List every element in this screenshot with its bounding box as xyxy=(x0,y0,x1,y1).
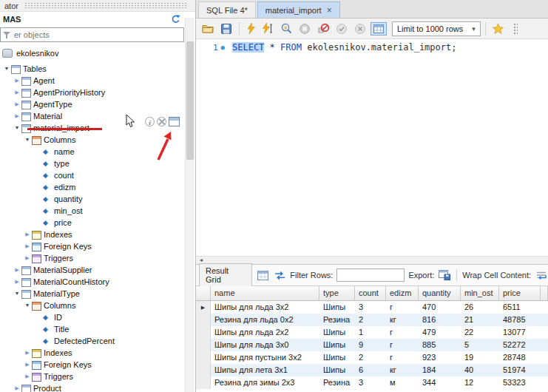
sql-code-editor[interactable]: 1 ● SELECT * FROM ekolesnikov.material_i… xyxy=(196,39,548,256)
column-header-min_ost[interactable]: min_ost xyxy=(461,286,499,301)
cell[interactable]: 40 xyxy=(461,364,499,376)
expand-arrow-icon[interactable]: ▶ xyxy=(13,98,21,110)
collapse-arrow-icon[interactable]: ▼ xyxy=(3,63,10,75)
expand-arrow-icon[interactable]: ▶ xyxy=(13,276,21,288)
tree-item-title[interactable]: ◆Title xyxy=(0,323,195,335)
navigator-scrollbar[interactable] xyxy=(185,18,194,392)
cell[interactable]: г xyxy=(386,326,419,339)
tree-item-edizm[interactable]: ◆edizm xyxy=(0,181,195,193)
expand-arrow-icon[interactable]: ▶ xyxy=(24,240,31,252)
cell[interactable]: Резина для льда 0x2 xyxy=(211,314,319,326)
tab-material-import[interactable]: material_import × xyxy=(257,1,340,18)
tree-item-min-ost[interactable]: ◆min_ost xyxy=(0,205,195,217)
tree-item-agent[interactable]: ▶Agent xyxy=(0,75,195,87)
tree-item-schema[interactable]: ekolesnikov xyxy=(0,47,195,59)
expand-arrow-icon[interactable]: ▶ xyxy=(24,371,31,382)
cell[interactable]: 12 xyxy=(461,376,499,389)
cell[interactable]: 26 xyxy=(461,301,499,314)
column-header-edizm[interactable]: edizm xyxy=(386,286,419,301)
tree-item-materialcounthistory[interactable]: ▶MaterialCountHistory xyxy=(0,276,195,288)
cell[interactable]: Шипы xyxy=(319,351,355,364)
tree-item-materialsupplier[interactable]: ▶MaterialSupplier xyxy=(0,264,195,276)
add-snippet-icon[interactable] xyxy=(490,21,507,37)
cell[interactable]: Шипы для льда 2x2 xyxy=(211,326,319,339)
cell[interactable]: кг xyxy=(386,364,419,376)
expand-arrow-icon[interactable]: ▶ xyxy=(24,229,31,240)
tree-item-agentpriorityhistory[interactable]: ▶AgentPriorityHistory xyxy=(0,87,195,98)
close-tab-icon[interactable]: × xyxy=(327,6,332,15)
cell[interactable]: 53323 xyxy=(499,376,541,389)
cell[interactable]: Шипы для льда 3x2 xyxy=(211,301,319,314)
collapse-arrow-icon[interactable]: ▼ xyxy=(24,134,31,146)
toggle-autocommit-icon[interactable] xyxy=(371,22,387,36)
tree-item-materialtype[interactable]: ▼MaterialType xyxy=(0,288,195,300)
expand-arrow-icon[interactable]: ▶ xyxy=(24,359,31,371)
limit-rows-dropdown[interactable]: Limit to 1000 rows ▾ xyxy=(392,21,481,36)
cell[interactable]: 2 xyxy=(355,314,386,326)
cell[interactable]: 344 xyxy=(419,376,461,389)
tree-item-product[interactable]: ▶Product xyxy=(0,382,195,392)
tree-item-quantity[interactable]: ◆quantity xyxy=(0,193,195,205)
tree-item-triggers[interactable]: ▶Triggers xyxy=(0,252,195,264)
result-grid-tab[interactable]: Result Grid xyxy=(199,263,252,287)
cell[interactable]: 1 xyxy=(355,326,386,339)
cell[interactable]: 3 xyxy=(355,376,386,389)
expand-arrow-icon[interactable]: ▶ xyxy=(13,264,21,276)
cell[interactable]: 6511 xyxy=(499,301,541,314)
tree-item-columns[interactable]: ▼Columns xyxy=(0,300,195,311)
column-header-count[interactable]: count xyxy=(355,286,386,301)
column-header-name[interactable]: name xyxy=(211,286,319,301)
tree-item-count[interactable]: ◆count xyxy=(0,169,195,181)
cell[interactable]: 816 xyxy=(419,314,461,326)
tree-item-foreign-keys[interactable]: ▶Foreign Keys xyxy=(0,240,195,252)
expand-arrow-icon[interactable]: ▶ xyxy=(13,382,21,392)
toolbar-grip[interactable] xyxy=(513,23,518,35)
wrap-cell-content-icon[interactable] xyxy=(535,267,548,283)
cell[interactable]: г xyxy=(386,301,419,314)
cell[interactable]: 19 xyxy=(461,351,499,364)
row-selector[interactable] xyxy=(196,364,211,376)
row-selector[interactable] xyxy=(196,339,211,351)
open-table-data-icon[interactable] xyxy=(169,117,180,126)
tree-item-tables[interactable]: ▼Tables xyxy=(0,63,195,75)
table-maintenance-icon[interactable] xyxy=(157,117,166,126)
cell[interactable]: 21 xyxy=(461,314,499,326)
cell[interactable]: 923 xyxy=(419,351,461,364)
expand-arrow-icon[interactable]: ▶ xyxy=(13,110,21,122)
column-header-type[interactable]: type xyxy=(319,286,355,301)
open-script-icon[interactable] xyxy=(200,21,216,37)
commit-icon[interactable] xyxy=(334,21,350,37)
execute-icon[interactable] xyxy=(244,21,257,37)
scrollbar-thumb[interactable] xyxy=(186,41,194,160)
table-info-icon[interactable] xyxy=(145,117,155,126)
cell[interactable]: 9 xyxy=(355,339,386,351)
cell[interactable]: Шипы xyxy=(319,301,355,314)
expand-arrow-icon[interactable]: ▶ xyxy=(24,252,31,264)
explain-icon[interactable] xyxy=(278,21,294,37)
column-header-price[interactable]: price xyxy=(499,286,541,301)
row-selector[interactable] xyxy=(196,314,211,326)
tree-item-foreign-keys[interactable]: ▶Foreign Keys xyxy=(0,359,195,371)
export-recordset-icon[interactable] xyxy=(438,267,451,283)
cell[interactable]: 184 xyxy=(419,364,461,376)
collapse-arrow-icon[interactable]: ▼ xyxy=(13,122,21,134)
tree-item-indexes[interactable]: ▶Indexes xyxy=(0,347,195,359)
cell[interactable]: кг xyxy=(386,314,419,326)
stop-icon[interactable] xyxy=(297,21,313,37)
cell[interactable]: м xyxy=(386,376,419,389)
expand-arrow-icon[interactable]: ▶ xyxy=(24,347,31,359)
cell[interactable]: 470 xyxy=(419,301,461,314)
tree-item-agenttype[interactable]: ▶AgentType xyxy=(0,98,195,110)
cell[interactable]: Резина для зимы 2x3 xyxy=(211,376,319,389)
cell[interactable]: Шипы для льда 3x0 xyxy=(211,339,319,351)
tree-item-defectedpercent[interactable]: ◆DefectedPercent xyxy=(0,335,195,347)
sql-text[interactable]: SELECT * FROM ekolesnikov.material_impor… xyxy=(227,39,456,256)
tree-item-price[interactable]: ◆price xyxy=(0,217,195,229)
schema-filter-input[interactable] xyxy=(13,30,183,40)
collapse-arrow-icon[interactable]: ▼ xyxy=(24,300,31,311)
cell[interactable]: 3 xyxy=(355,301,386,314)
cell[interactable]: 2 xyxy=(355,351,386,364)
cell[interactable]: 48785 xyxy=(499,314,541,326)
tab-sql-file-4[interactable]: SQL File 4* xyxy=(198,1,256,18)
filter-rows-input[interactable] xyxy=(336,268,405,282)
